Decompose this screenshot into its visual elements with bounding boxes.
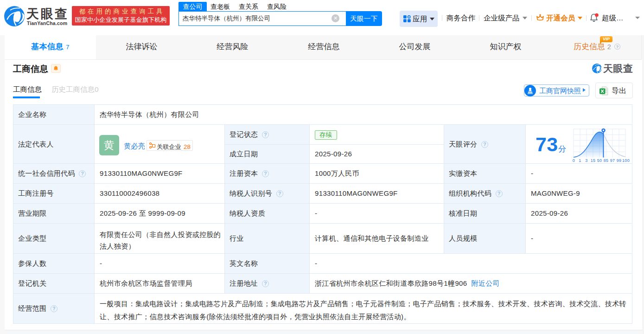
svg-text:3: 3 [585,158,587,163]
svg-text:97: 97 [610,158,615,163]
svg-text:1: 1 [579,158,581,163]
svg-text:85: 85 [604,158,609,163]
svg-text:100: 100 [622,158,630,163]
svg-text:99: 99 [617,158,622,163]
svg-text:0: 0 [573,158,575,163]
svg-text:50: 50 [597,158,602,163]
svg-text:15: 15 [591,158,596,163]
